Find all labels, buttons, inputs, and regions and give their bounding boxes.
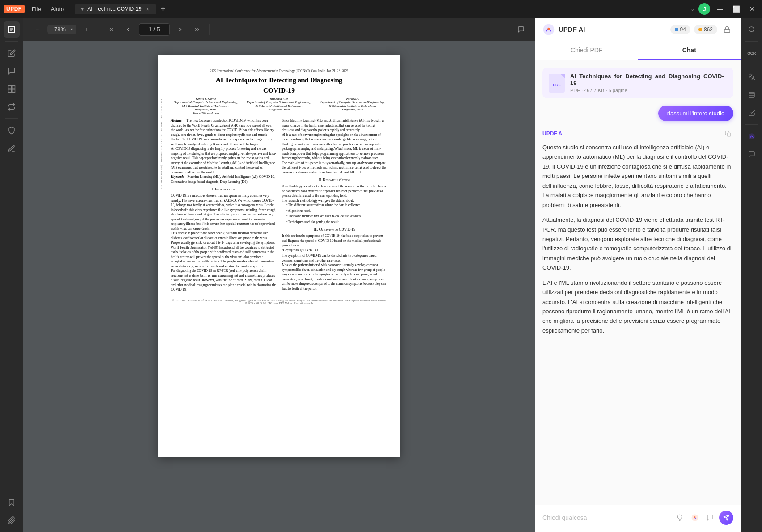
pdf-subsection3a-title: A. Symptoms of COVID-19 (282, 248, 387, 253)
maximize-button[interactable]: ⬜ (730, 3, 742, 15)
lock-button[interactable] (721, 23, 733, 36)
ai-message-body: Questo studio si concentra sull'uso di i… (542, 143, 733, 335)
pdf-author3-dept: Department of Computer Science and Engin… (320, 101, 385, 104)
ai-paragraph-3: L'AI e l'ML stanno rivoluzionando il set… (542, 278, 733, 336)
pdf-section1-title: I. Introduction (171, 187, 276, 192)
pdf-author2-inst: M S Ramaiah Institute of Technology, (247, 104, 311, 108)
pdf-authors: Kshitij C Karne Department of Computer S… (171, 97, 387, 115)
sidebar-divider-2 (5, 118, 18, 119)
sidebar-icon-comment[interactable] (4, 63, 20, 79)
copy-message-button[interactable] (723, 128, 733, 139)
token-count-orange: 862 (704, 26, 713, 33)
titlebar-controls: ⌄ J — ⬜ ✕ (690, 3, 758, 15)
pdf-section2-text2: The research methodology will give the d… (282, 198, 387, 203)
document-viewer[interactable]: 979-1-6654-2573-3/22/$31.00 ©2022 IEEE |… (23, 41, 535, 532)
send-button[interactable] (719, 511, 733, 525)
pdf-keywords-label: Keywords— (171, 175, 188, 179)
pdf-author3-loc: Bengaluru, India (320, 108, 385, 111)
pdf-author-3: Parkavi A Department of Computer Science… (320, 97, 385, 115)
svg-rect-18 (749, 92, 754, 97)
svg-rect-11 (727, 133, 731, 136)
right-icon-ai-chat[interactable] (744, 128, 760, 144)
ai-message-label: UPDF AI (542, 131, 564, 137)
summarize-button[interactable]: riassumi l'intero studio (658, 106, 733, 121)
sidebar-icon-bookmark[interactable] (4, 494, 20, 511)
nav-prev-button[interactable] (122, 23, 135, 36)
tab-ask-pdf[interactable]: Chiedi PDF (535, 41, 638, 60)
pdf-title-line1: AI Techniques for Detecting and Diagnosi… (171, 76, 387, 84)
right-icon-stamp[interactable] (744, 105, 760, 121)
pdf-author-1: Kshitij C Karne Department of Computer S… (174, 97, 238, 115)
right-icon-search[interactable] (744, 21, 760, 38)
nav-next-button[interactable] (174, 23, 187, 36)
tab-close-button[interactable]: ✕ (144, 6, 151, 12)
pdf-section3-title: III. Overview of COVID-19 (282, 227, 387, 232)
right-icon-translate[interactable] (744, 69, 760, 85)
zoom-dropdown-icon[interactable]: ▾ (71, 27, 73, 32)
nav-first-button[interactable] (105, 23, 118, 36)
right-icon-ocr[interactable]: OCR (744, 45, 760, 61)
svg-point-9 (547, 27, 550, 30)
pdf-author2-loc: Bengaluru, India (247, 108, 311, 111)
pdf-author1-inst: M S Ramaiah Institute of Technology, (174, 104, 238, 108)
close-button[interactable]: ✕ (746, 3, 758, 15)
zoom-control[interactable]: 78% ▾ (47, 25, 76, 34)
svg-rect-5 (12, 86, 15, 89)
ai-panel: UPDF AI 94 862 Chiedi PDF Chat (535, 18, 741, 532)
page-input[interactable] (139, 23, 170, 36)
file-size: 467.7 KB (584, 88, 604, 93)
file-type-label: PDF (553, 83, 561, 87)
ai-paragraph-1: Questo studio si concentra sull'uso di i… (542, 143, 733, 210)
zoom-level: 78% (51, 26, 69, 33)
tab-chat[interactable]: Chat (638, 41, 741, 60)
svg-rect-10 (724, 29, 730, 32)
user-avatar[interactable]: J (698, 3, 710, 15)
right-icon-redact[interactable] (744, 87, 760, 103)
pdf-subsection3a-text: The symptoms of COVID-19 can be divided … (282, 253, 387, 263)
tab-dropdown-icon[interactable]: ▼ (80, 7, 85, 12)
updf-ai-small-icon[interactable] (689, 511, 701, 524)
menu-help[interactable]: Aiuto (47, 4, 69, 14)
comment-button[interactable] (514, 23, 528, 36)
zoom-out-button[interactable]: − (30, 23, 44, 36)
file-info: AI_Techniques_for_Detecting_and_Diagnosi… (570, 73, 727, 93)
lightbulb-icon[interactable] (673, 511, 686, 524)
ai-logo: UPDF AI (542, 23, 585, 36)
titlebar: UPDF File Aiuto ▼ AI_Techni....COVID-19 … (0, 0, 762, 18)
ai-tab-switcher: Chiedi PDF Chat (535, 41, 741, 60)
svg-rect-6 (8, 89, 11, 93)
add-tab-button[interactable]: + (158, 4, 169, 14)
svg-rect-4 (8, 86, 11, 89)
pdf-bullet4: • Techniques used for getting the result… (286, 220, 387, 225)
page-navigation (139, 23, 170, 36)
sidebar-icon-reader[interactable] (4, 21, 20, 38)
pdf-body: Abstract— The new Coronavirus infection … (171, 118, 387, 292)
sidebar-icon-attach[interactable] (4, 512, 20, 528)
nav-last-button[interactable] (190, 23, 204, 36)
toolbar: − 78% ▾ + (23, 18, 535, 41)
chat-input[interactable] (542, 514, 670, 521)
tab-bar: ▼ AI_Techni....COVID-19 ✕ + (75, 4, 688, 14)
pdf-author3-name: Parkavi A (320, 97, 385, 101)
tab-document[interactable]: ▼ AI_Techni....COVID-19 ✕ (75, 4, 156, 14)
file-pdf-icon: PDF (549, 74, 565, 93)
menu-file[interactable]: File (27, 4, 46, 14)
pdf-section2-title: II. Research Metods (282, 177, 387, 182)
pdf-bullet2: • Algorithms used. (286, 209, 387, 214)
pdf-author2-dept: Department of Computer Science and Engin… (247, 101, 311, 104)
minimize-button[interactable]: — (714, 3, 726, 15)
token-badge-orange[interactable]: 862 (694, 25, 717, 34)
sidebar-icon-protect[interactable] (4, 122, 20, 139)
right-divider-1 (745, 41, 758, 42)
sidebar-icon-edit[interactable] (4, 45, 20, 61)
pdf-section2-text: A methodology specifies the boundaries o… (282, 184, 387, 198)
chat-comment-icon[interactable] (704, 511, 716, 524)
tabs-overflow-button[interactable]: ⌄ (690, 6, 695, 12)
token-badge-blue[interactable]: 94 (670, 25, 690, 34)
zoom-in-button[interactable]: + (80, 23, 93, 36)
sidebar-icon-organize[interactable] (4, 81, 20, 97)
chat-content[interactable]: PDF AI_Techniques_for_Detecting_and_Diag… (535, 60, 741, 505)
right-icon-message[interactable] (744, 146, 760, 162)
sidebar-icon-convert[interactable] (4, 99, 20, 115)
sidebar-icon-sign[interactable] (4, 140, 20, 156)
